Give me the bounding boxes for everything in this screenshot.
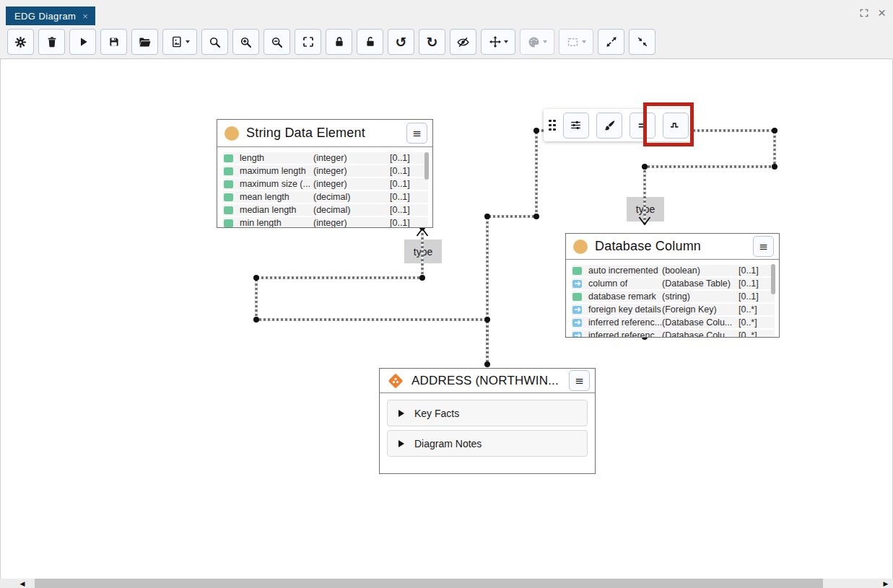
node-title: ADDRESS (NORTHWIN... — [411, 374, 569, 388]
node-header[interactable]: ADDRESS (NORTHWIN... ≡ — [380, 369, 595, 393]
horizontal-scrollbar-thumb[interactable] — [35, 579, 823, 588]
drag-grip-icon[interactable] — [549, 120, 556, 131]
attribute-icon — [224, 154, 233, 162]
node-title: Database Column — [595, 239, 753, 254]
layout-options-button[interactable] — [563, 113, 589, 139]
attribute-row[interactable]: mean length (decimal) [0..1] — [223, 191, 428, 203]
relation-icon — [572, 306, 582, 314]
attribute-row[interactable]: database remark (string) [0..1] — [572, 291, 775, 302]
attribute-icon — [224, 180, 233, 188]
attribute-icon — [224, 206, 233, 214]
expand-triangle-icon — [398, 440, 404, 447]
section-diagram-notes[interactable]: Diagram Notes — [387, 430, 588, 457]
node-scrollbar[interactable] — [424, 152, 429, 180]
expand-triangle-icon — [398, 410, 404, 417]
section-key-facts[interactable]: Key Facts — [387, 400, 588, 426]
node-menu-button[interactable]: ≡ — [569, 370, 590, 391]
attribute-row[interactable]: median length (decimal) [0..1] — [223, 204, 428, 216]
node-menu-button[interactable]: ≡ — [406, 123, 427, 144]
sliders-icon — [569, 118, 583, 132]
highlight-callout-box — [643, 102, 694, 146]
instance-diamond-icon — [387, 372, 404, 390]
relation-icon — [572, 280, 582, 288]
node-string-data-element[interactable]: String Data Element ≡ length (integer) [… — [217, 119, 433, 228]
attribute-list: auto incremented (boolean) [0..1] column… — [566, 260, 779, 338]
brush-icon — [603, 119, 616, 132]
node-title: String Data Element — [246, 126, 406, 141]
node-scrollbar[interactable] — [771, 264, 775, 294]
attribute-icon — [224, 219, 233, 227]
attribute-row[interactable]: maximum length (integer) [0..1] — [223, 165, 428, 177]
relation-icon — [572, 332, 582, 338]
attribute-row[interactable]: auto incremented (boolean) [0..1] — [572, 265, 775, 276]
node-address[interactable]: ADDRESS (NORTHWIN... ≡ Key Facts Diagram… — [379, 368, 596, 474]
node-header[interactable]: Database Column ≡ — [566, 234, 779, 260]
node-database-column[interactable]: Database Column ≡ auto incremented (bool… — [565, 233, 780, 338]
attribute-icon — [224, 167, 233, 175]
attribute-icon — [572, 293, 582, 301]
attribute-icon — [224, 193, 233, 201]
class-circle-icon — [573, 240, 588, 254]
scroll-right-arrow-icon[interactable]: ▶ — [881, 579, 891, 588]
attribute-icon — [572, 267, 582, 275]
attribute-row[interactable]: length (integer) [0..1] — [223, 152, 428, 164]
node-menu-button[interactable]: ≡ — [753, 236, 774, 257]
attribute-row[interactable]: min length (integer) [0..1] — [223, 217, 428, 228]
node-header[interactable]: String Data Element ≡ — [217, 120, 432, 147]
attribute-row[interactable]: column of (Database Table) [0..1] — [572, 278, 775, 289]
attribute-row[interactable]: foreign key details (Foreign Key) [0..*] — [572, 304, 775, 315]
attribute-list: length (integer) [0..1] maximum length (… — [217, 147, 432, 228]
horizontal-scrollbar[interactable]: ◀ ▶ — [0, 579, 893, 588]
class-circle-icon — [225, 126, 239, 141]
attribute-row[interactable]: maximum size (... (integer) [0..1] — [223, 178, 428, 190]
edge-address-to-string-data-element[interactable] — [256, 229, 487, 364]
scroll-left-arrow-icon[interactable]: ◀ — [17, 579, 27, 588]
style-brush-button[interactable] — [596, 113, 622, 139]
attribute-row[interactable]: inferred referenc... (Database Colu... [… — [572, 317, 775, 328]
attribute-row[interactable]: inferred referenc... (Database Colu... [… — [572, 330, 775, 338]
relation-icon — [572, 319, 582, 327]
